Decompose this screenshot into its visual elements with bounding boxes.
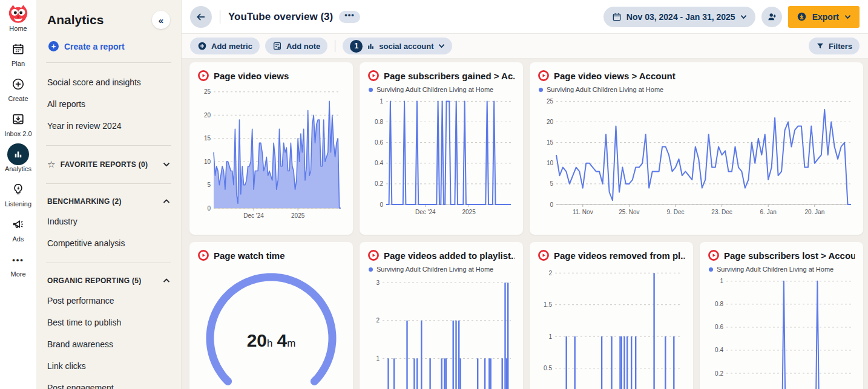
star-icon: ☆ (47, 159, 56, 170)
legend-dot (369, 88, 373, 92)
app-rail: Home Plan Create Inbox 2.0 (0, 0, 36, 389)
chart-legend: Surviving Adult Children Living at Home (539, 86, 855, 93)
rail-label: Plan (12, 60, 25, 67)
organic-reporting-section[interactable]: ORGANIC REPORTING (5) (47, 272, 170, 290)
legend-dot (709, 267, 713, 272)
rail-item-create[interactable]: Create (8, 75, 28, 102)
card-videos-added-playlist: Page videos added to playlist... Survivi… (360, 242, 523, 389)
chevron-down-icon (163, 162, 170, 167)
bar-chart-videos-removed[interactable]: 00.511.52 (538, 266, 685, 389)
area-chart-page-video-views[interactable]: 0510152025Dec '242025 (198, 86, 344, 221)
card-subscribers-gained: Page subscribers gained > Ac... Survivin… (360, 62, 523, 235)
svg-text:Dec '24: Dec '24 (243, 212, 264, 219)
report-header: YouTube overview (3) ••• Nov 03, 2024 - … (182, 0, 868, 34)
card-title: Page videos added to playlist... (384, 250, 515, 261)
rail-item-home[interactable]: Home (7, 5, 30, 32)
gauge-chart-watch-time[interactable] (198, 266, 344, 389)
benchmarking-section[interactable]: BENCHMARKING (2) (47, 192, 170, 211)
main-content: YouTube overview (3) ••• Nov 03, 2024 - … (182, 0, 868, 389)
svg-text:23. Dec: 23. Dec (711, 209, 732, 215)
chevron-down-icon (844, 15, 851, 19)
card-page-watch-time: Page watch time 20h4m (189, 242, 353, 389)
youtube-icon (368, 70, 379, 81)
card-title: Page videos removed from pl... (554, 250, 685, 261)
download-icon (797, 11, 807, 22)
youtube-icon (538, 70, 549, 81)
line-chart-video-views-account[interactable]: 051015202511. Nov25. Nov9. Dec23. Dec6. … (538, 96, 855, 218)
collapse-sidebar-button[interactable]: « (152, 11, 170, 29)
report-options-button[interactable]: ••• (339, 11, 360, 23)
sidebar-item-industry[interactable]: Industry (47, 211, 170, 232)
add-note-button[interactable]: Add note (265, 38, 327, 54)
arrow-left-icon (196, 11, 206, 22)
rail-label: Analytics (5, 165, 31, 172)
rail-item-listening[interactable]: Listening (5, 180, 31, 208)
svg-text:25: 25 (204, 88, 211, 95)
report-toolbar: Add metric Add note 1 social account Fil… (182, 34, 868, 59)
legend-dot (369, 267, 373, 272)
add-metric-button[interactable]: Add metric (190, 38, 260, 54)
svg-text:15: 15 (547, 139, 554, 146)
hootsuite-owl-logo (7, 5, 30, 23)
youtube-icon (708, 250, 719, 261)
create-report-button[interactable]: + Create a report (48, 41, 170, 51)
watch-time-value: 20h4m (189, 330, 353, 351)
card-video-views-account: Page video views > Account Surviving Adu… (530, 62, 863, 235)
sidebar-item-post-engagement[interactable]: Post engagement (47, 377, 170, 389)
rail-item-analytics[interactable]: Analytics (5, 145, 31, 172)
export-button[interactable]: Export (788, 6, 860, 28)
sidebar-item-all-reports[interactable]: All reports (47, 93, 170, 115)
rail-item-plan[interactable]: Plan (12, 40, 25, 67)
date-range-picker[interactable]: Nov 03, 2024 - Jan 31, 2025 (603, 7, 755, 27)
svg-text:15: 15 (204, 135, 211, 142)
share-report-button[interactable] (761, 7, 782, 27)
card-title: Page subscribers gained > Ac... (384, 71, 515, 81)
svg-text:2025: 2025 (462, 209, 476, 215)
sidebar-item-social-score[interactable]: Social score and insights (47, 71, 170, 93)
ellipsis-icon: ••• (12, 255, 24, 264)
sidebar-item-link-clicks[interactable]: Link clicks (47, 355, 170, 377)
rail-item-inbox[interactable]: Inbox 2.0 (4, 110, 31, 137)
social-account-selector[interactable]: 1 social account (343, 38, 452, 54)
sidebar-item-brand-awareness[interactable]: Brand awareness (47, 333, 170, 355)
sidebar-item-best-time-to-publish[interactable]: Best time to publish (47, 312, 170, 333)
rail-item-more[interactable]: ••• More (10, 250, 25, 278)
chevron-up-icon (163, 199, 170, 204)
svg-text:2: 2 (548, 270, 552, 276)
bar-chart-videos-added[interactable]: 0123 (368, 275, 515, 389)
line-chart-subscribers-gained[interactable]: 00.20.40.60.81Dec '242025 (368, 96, 515, 218)
chart-legend: Surviving Adult Children Living at Home (369, 266, 515, 273)
filters-button[interactable]: Filters (809, 38, 860, 54)
svg-text:0.8: 0.8 (375, 119, 383, 125)
svg-text:5: 5 (550, 180, 553, 187)
back-button[interactable] (190, 6, 212, 28)
plus-circle-icon (12, 75, 25, 93)
chart-legend: Surviving Adult Children Living at Home (709, 266, 855, 273)
svg-text:0.8: 0.8 (715, 301, 723, 307)
sidebar-item-post-performance[interactable]: Post performance (47, 290, 170, 312)
divider (46, 183, 171, 184)
youtube-icon (368, 250, 379, 261)
card-title: Page subscribers lost > Account (724, 250, 855, 261)
svg-text:20: 20 (547, 119, 554, 125)
svg-text:0.4: 0.4 (375, 160, 383, 166)
line-chart-subscribers-lost[interactable]: 00.20.40.60.81 (708, 275, 855, 389)
analytics-sidebar: Analytics « + Create a report Social sco… (36, 0, 182, 389)
svg-text:20. Jan: 20. Jan (804, 209, 824, 215)
bar-chart-icon (7, 143, 29, 165)
svg-text:10: 10 (204, 159, 211, 165)
sidebar-item-competitive-analysis[interactable]: Competitive analysis (47, 232, 170, 254)
svg-text:1: 1 (376, 355, 380, 362)
inbox-icon (12, 110, 25, 128)
sidebar-item-year-in-review[interactable]: Year in review 2024 (47, 115, 170, 137)
rail-label: Ads (13, 235, 24, 243)
youtube-icon (538, 250, 549, 261)
calendar-icon (612, 12, 622, 22)
rail-item-ads[interactable]: Ads (12, 215, 25, 243)
favorite-reports-section[interactable]: ☆ FAVORITE REPORTS (0) (47, 154, 170, 175)
rail-label: Home (9, 25, 27, 32)
divider (46, 145, 171, 146)
chevron-up-icon (163, 278, 170, 283)
svg-text:20: 20 (204, 112, 211, 119)
card-videos-removed-playlist: Page videos removed from pl... 00.511.52 (530, 242, 693, 389)
